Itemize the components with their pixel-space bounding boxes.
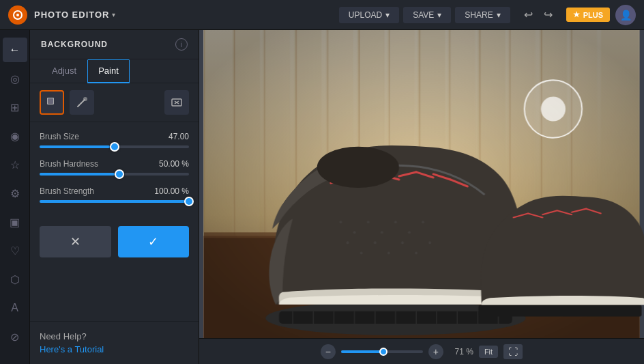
zoom-out-button[interactable]: − (321, 344, 336, 359)
sidebar-item-tools[interactable]: ⊞ (3, 95, 27, 120)
brush-hardness-thumb[interactable] (115, 169, 124, 179)
app-name-arrow[interactable]: ▾ (112, 11, 115, 18)
confirm-button[interactable]: ✓ (118, 226, 190, 257)
brush-strength-label: Brush Strength (40, 186, 94, 196)
paint-brush-tool[interactable] (40, 90, 64, 115)
bottom-bar: − + 71 % Fit ⛶ (199, 338, 644, 364)
undo-redo-group: ↩ ↪ (520, 5, 557, 24)
svg-rect-3 (48, 98, 53, 104)
svg-point-64 (428, 241, 431, 244)
canvas-image (199, 30, 644, 338)
paint-brush-alt-tool[interactable] (70, 90, 94, 115)
main-area: ← ◎ ⊞ ◉ ☆ ⚙ ▣ ♡ ⬡ A ⊘ BACKGROUND i Adjus… (0, 30, 644, 364)
brush-strength-slider-row: Brush Strength 100.00 % (40, 186, 189, 203)
canvas-content[interactable] (199, 30, 644, 338)
svg-point-61 (387, 251, 390, 254)
zoom-slider-fill (341, 350, 383, 353)
brush-hardness-label: Brush Hardness (40, 159, 98, 169)
svg-point-51 (339, 221, 342, 223)
brush-hardness-track[interactable] (40, 173, 189, 176)
help-section: Need Help? Here's a Tutorial (30, 321, 199, 364)
app-logo[interactable] (8, 5, 27, 25)
panel-header: BACKGROUND i (30, 30, 199, 59)
brush-strength-value: 100.00 % (154, 186, 189, 196)
brush-hardness-slider-row: Brush Hardness 50.00 % (40, 159, 189, 176)
fit-button[interactable]: Fit (479, 346, 498, 358)
sidebar-item-view[interactable]: ◉ (3, 124, 27, 148)
sidebar-item-navigate[interactable]: ◎ (3, 66, 27, 91)
brush-size-label: Brush Size (40, 132, 79, 141)
sliders-section: Brush Size 47.00 Brush Hardness 50.00 % (30, 122, 199, 219)
brush-size-slider-row: Brush Size 47.00 (40, 132, 189, 148)
icon-sidebar: ← ◎ ⊞ ◉ ☆ ⚙ ▣ ♡ ⬡ A ⊘ (0, 30, 30, 364)
user-avatar[interactable]: 👤 (615, 5, 636, 25)
upload-button[interactable]: UPLOAD▾ (339, 7, 399, 23)
svg-point-60 (374, 241, 377, 244)
svg-point-59 (360, 251, 363, 254)
sidebar-item-effects[interactable]: ☆ (3, 152, 27, 177)
zoom-value: 71 % (449, 347, 473, 356)
canvas-area: − + 71 % Fit ⛶ (199, 30, 644, 364)
action-row: ✕ ✓ (30, 219, 199, 267)
zoom-slider-thumb[interactable] (379, 348, 387, 356)
svg-point-52 (353, 231, 356, 234)
save-button[interactable]: SAVE▾ (403, 7, 451, 23)
background-panel: BACKGROUND i Adjust Paint (30, 30, 199, 364)
brush-hardness-fill (40, 173, 115, 176)
sidebar-back-button[interactable]: ← (3, 38, 27, 62)
brush-size-value: 47.00 (169, 132, 189, 141)
plus-icon: ★ (573, 10, 580, 19)
redo-button[interactable]: ↪ (540, 5, 557, 24)
brush-strength-thumb[interactable] (184, 197, 194, 206)
svg-point-54 (381, 231, 383, 234)
brush-strength-fill (40, 200, 189, 203)
svg-point-73 (317, 147, 399, 188)
sidebar-item-frame[interactable]: ▣ (3, 210, 27, 234)
sidebar-item-favorites[interactable]: ♡ (3, 238, 27, 263)
panel-tabs: Adjust Paint (30, 59, 199, 83)
tool-row (30, 83, 199, 122)
brush-strength-track[interactable] (40, 200, 189, 203)
help-title: Need Help? (40, 331, 189, 341)
svg-point-58 (347, 241, 349, 244)
sidebar-item-filter[interactable]: ⊘ (3, 324, 27, 349)
zoom-in-button[interactable]: + (428, 344, 443, 359)
svg-point-1 (16, 14, 19, 16)
tab-adjust[interactable]: Adjust (41, 59, 87, 83)
svg-point-55 (394, 221, 397, 223)
svg-point-82 (541, 96, 566, 121)
sidebar-item-shapes[interactable]: ⬡ (3, 267, 27, 292)
panel-title: BACKGROUND (41, 40, 175, 49)
svg-point-4 (83, 97, 87, 101)
svg-rect-74 (478, 305, 641, 317)
svg-point-53 (367, 221, 370, 223)
erase-tool[interactable] (164, 90, 189, 115)
svg-point-56 (408, 231, 411, 234)
app-name: PHOTO EDITOR (34, 10, 109, 20)
cancel-button[interactable]: ✕ (40, 226, 111, 257)
info-icon[interactable]: i (175, 38, 188, 51)
topbar: PHOTO EDITOR ▾ UPLOAD▾ SAVE▾ SHARE▾ ↩ ↪ … (0, 0, 644, 30)
sidebar-item-text[interactable]: A (3, 296, 27, 320)
brush-size-fill (40, 145, 110, 148)
svg-point-57 (422, 221, 424, 223)
undo-button[interactable]: ↩ (520, 5, 537, 24)
brush-size-thumb[interactable] (110, 142, 119, 152)
fullscreen-button[interactable]: ⛶ (503, 344, 523, 359)
zoom-slider[interactable] (341, 350, 423, 353)
brush-size-track[interactable] (40, 145, 189, 148)
share-button[interactable]: SHARE▾ (455, 7, 510, 23)
tab-paint[interactable]: Paint (87, 59, 130, 83)
help-link[interactable]: Here's a Tutorial (40, 344, 189, 354)
sidebar-item-settings[interactable]: ⚙ (3, 181, 27, 206)
svg-point-63 (415, 251, 418, 254)
plus-badge[interactable]: ★ PLUS (566, 8, 610, 22)
svg-point-62 (401, 241, 404, 244)
brush-hardness-value: 50.00 % (159, 159, 189, 169)
